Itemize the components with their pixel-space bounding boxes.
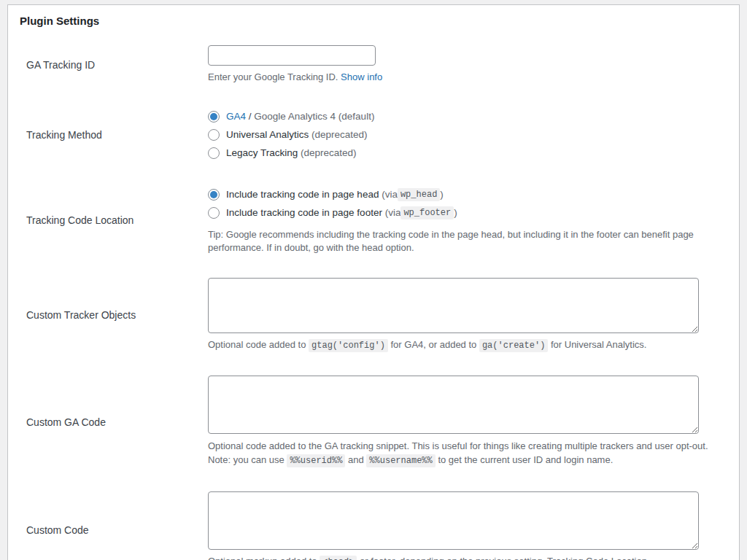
radio-button-icon[interactable] — [208, 147, 220, 159]
radio-option-page-footer[interactable]: Include tracking code in page footer (vi… — [208, 203, 727, 222]
custom-code-help: Optional markup added to <head> or foote… — [208, 555, 727, 560]
form-row-ga-tracking-id: GA Tracking ID Enter your Google Trackin… — [20, 45, 727, 84]
help-text: Optional code added to — [208, 339, 309, 350]
settings-form: GA Tracking ID Enter your Google Trackin… — [20, 45, 727, 560]
settings-card: Plugin Settings GA Tracking ID Enter you… — [7, 4, 740, 560]
form-row-custom-tracker-objects: Custom Tracker Objects Optional code add… — [20, 278, 727, 352]
radio-option-page-head[interactable]: Include tracking code in page head (via … — [208, 185, 727, 203]
radio-option-legacy-desc: (deprecated) — [298, 147, 356, 158]
ga-tracking-id-input[interactable] — [208, 45, 376, 66]
tracking-code-location-label: Tracking Code Location — [20, 214, 208, 227]
form-row-custom-code: Custom Code Optional markup added to <he… — [20, 491, 727, 560]
custom-tracker-objects-help: Optional code added to gtag('config') fo… — [208, 338, 727, 352]
radio-option-ga4-name: GA4 — [226, 111, 246, 122]
help-text: for GA4, or added to — [388, 339, 479, 350]
username-placeholder-code: %%username%% — [366, 454, 435, 467]
form-row-tracking-method: Tracking Method GA4 / Google Analytics 4… — [20, 107, 727, 162]
radio-option-ga4-desc: Google Analytics 4 (default) — [254, 111, 374, 122]
show-info-link[interactable]: Show info — [341, 71, 382, 82]
head-tag-code: <head> — [320, 556, 357, 560]
userid-placeholder-code: %%userid%% — [287, 454, 345, 467]
ga-create-code: ga('create') — [479, 339, 548, 352]
radio-option-universal-desc: (deprecated) — [309, 129, 367, 140]
radio-option-footer-via-prefix: (via — [382, 207, 401, 218]
ga-tracking-id-help-text: Enter your Google Tracking ID. — [208, 71, 338, 82]
radio-option-footer-name: Include tracking code in page footer — [226, 207, 382, 218]
ga-tracking-id-label: GA Tracking ID — [20, 58, 208, 71]
custom-code-textarea[interactable] — [208, 491, 699, 550]
radio-option-ga4-separator: / — [246, 111, 254, 122]
custom-tracker-objects-textarea[interactable] — [208, 278, 699, 333]
radio-option-head-name: Include tracking code in page head — [226, 189, 379, 200]
radio-option-footer-via-suffix: ) — [454, 207, 457, 218]
ga-tracking-id-help: Enter your Google Tracking ID. Show info — [208, 71, 727, 84]
radio-option-head-via-prefix: (via — [379, 189, 398, 200]
radio-button-icon[interactable] — [208, 189, 220, 201]
form-row-tracking-code-location: Tracking Code Location Include tracking … — [20, 185, 727, 254]
radio-button-icon[interactable] — [208, 111, 220, 122]
wp-head-code: wp_head — [398, 188, 440, 201]
gtag-config-code: gtag('config') — [309, 339, 388, 352]
help-text: Note: you can use — [208, 454, 287, 465]
help-text: to get the current user ID and login nam… — [436, 454, 614, 465]
page-title: Plugin Settings — [20, 15, 727, 28]
radio-option-ga4[interactable]: GA4 / Google Analytics 4 (default) — [208, 107, 727, 125]
tracking-code-location-tip: Tip: Google recommends including the tra… — [208, 228, 719, 254]
custom-ga-code-help: Optional code added to the GA tracking s… — [208, 439, 727, 468]
custom-ga-code-textarea[interactable] — [208, 376, 699, 434]
radio-button-icon[interactable] — [208, 207, 220, 219]
help-text: and — [345, 454, 366, 465]
radio-option-head-via-suffix: ) — [440, 189, 444, 200]
help-text: Optional markup added to — [208, 556, 320, 560]
custom-code-label: Custom Code — [20, 524, 208, 537]
custom-ga-code-label: Custom GA Code — [20, 416, 208, 429]
radio-button-icon[interactable] — [208, 129, 220, 141]
radio-option-legacy-tracking[interactable]: Legacy Tracking (deprecated) — [208, 144, 727, 162]
wp-footer-code: wp_footer — [400, 206, 454, 219]
tracking-method-label: Tracking Method — [20, 128, 208, 141]
form-row-custom-ga-code: Custom GA Code Optional code added to th… — [20, 376, 727, 468]
help-text-line1: Optional code added to the GA tracking s… — [208, 439, 727, 453]
help-text: or footer, depending on the previous set… — [357, 556, 649, 560]
radio-option-legacy-name: Legacy Tracking — [226, 147, 298, 158]
custom-tracker-objects-label: Custom Tracker Objects — [20, 308, 208, 322]
help-text-line2: Note: you can use %%userid%% and %%usern… — [208, 453, 727, 468]
help-text: for Universal Analytics. — [548, 339, 646, 350]
radio-option-universal-analytics[interactable]: Universal Analytics (deprecated) — [208, 125, 727, 144]
radio-option-universal-name: Universal Analytics — [226, 129, 309, 140]
